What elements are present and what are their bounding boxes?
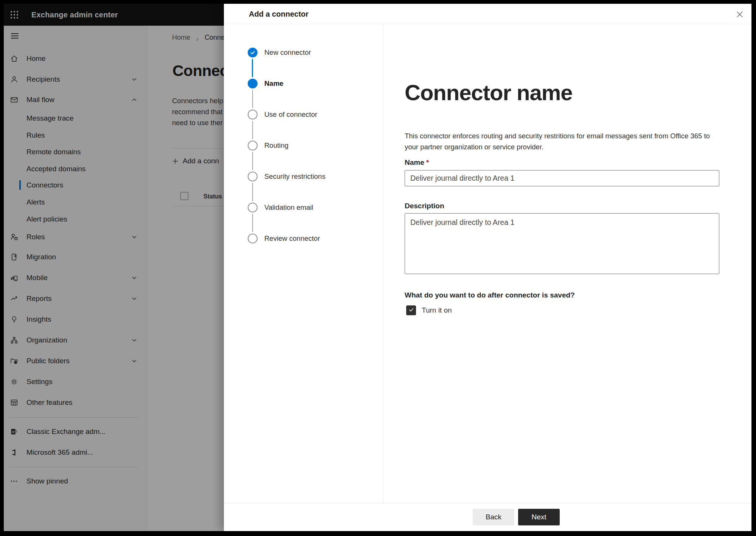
step-connector-line [252,152,253,170]
dialog-title: Add a connector [249,4,309,24]
app-window: Exchange admin center Home Recipients Ma… [4,4,751,531]
wizard-step-security-restrictions[interactable]: Security restrictions [224,172,383,181]
dialog-footer: Back Next [224,503,751,531]
wizard-steps: New connector Name Use of connector Rout… [224,24,383,503]
step-done-circle [248,48,258,57]
step-label: Validation email [264,203,313,212]
wizard-step-routing[interactable]: Routing [224,141,383,150]
next-button[interactable]: Next [518,509,560,525]
step-connector-line [252,214,253,232]
step-circle [248,234,258,243]
turn-on-label: Turn it on [422,306,452,314]
back-button[interactable]: Back [473,509,514,525]
step-circle [248,203,258,212]
sheet-heading: Connector name [405,80,573,105]
wizard-step-use-of-connector[interactable]: Use of connector [224,110,383,119]
step-connector-line [252,90,253,108]
step-current-circle [248,79,258,88]
after-save-question: What do you want to do after connector i… [405,291,575,299]
description-field-label: Description [405,202,444,210]
name-field-label: Name* [405,158,429,167]
dialog-body: New connector Name Use of connector Rout… [224,24,751,503]
required-asterisk: * [426,158,429,166]
step-circle [248,172,258,181]
step-connector-line [252,183,253,201]
dialog-main-content: Connector name This connector enforces r… [383,24,751,503]
wizard-step-name[interactable]: Name [224,79,383,88]
step-label: Use of connector [264,110,317,119]
step-circle [248,141,258,150]
add-connector-dialog: Add a connector New connector [224,4,751,531]
description-textarea[interactable]: Deliver journal directly to Area 1 [405,213,719,274]
step-label: New connector [264,48,311,57]
step-connector-line [252,59,253,77]
turn-on-checkbox[interactable] [406,305,416,315]
wizard-step-new-connector[interactable]: New connector [224,48,383,57]
dialog-header: Add a connector [224,4,751,24]
name-input[interactable] [405,170,719,186]
step-circle [248,110,258,119]
wizard-step-validation-email[interactable]: Validation email [224,203,383,212]
close-button[interactable] [734,9,745,20]
close-icon [736,14,744,19]
step-label: Routing [264,141,289,150]
wizard-step-review-connector[interactable]: Review connector [224,234,383,243]
sheet-description: This connector enforces routing and secu… [405,130,724,152]
step-connector-line [252,121,253,139]
step-label: Review connector [264,234,320,243]
step-label: Security restrictions [264,172,325,181]
checkmark-icon [408,307,414,314]
turn-on-checkbox-row[interactable]: Turn it on [406,305,452,315]
step-label: Name [264,79,283,88]
